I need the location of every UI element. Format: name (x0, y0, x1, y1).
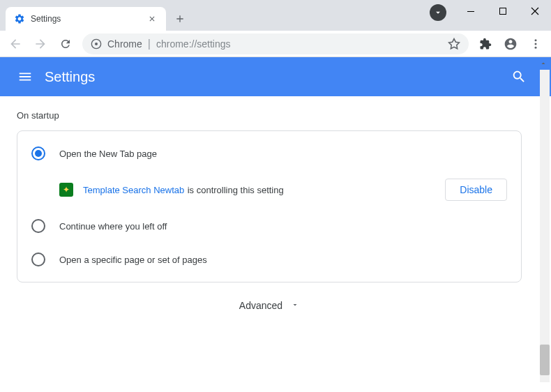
svg-point-6 (535, 46, 537, 48)
settings-content: On startup Open the New Tab page Templat… (0, 96, 538, 329)
window-controls (455, 0, 551, 22)
close-window-button[interactable] (519, 0, 551, 22)
svg-point-3 (95, 43, 98, 45)
close-tab-icon[interactable] (146, 13, 158, 24)
browser-toolbar: Chrome | chrome://settings (0, 31, 551, 57)
maximize-button[interactable] (487, 0, 519, 22)
svg-point-5 (535, 43, 537, 45)
back-button[interactable] (4, 33, 27, 55)
url-text: chrome://settings (156, 38, 442, 50)
menu-hamburger-button[interactable] (11, 63, 39, 91)
browser-tab-settings[interactable]: Settings (6, 7, 166, 31)
url-divider: | (148, 38, 151, 50)
extension-name-link[interactable]: Template Search Newtab (83, 185, 184, 195)
tab-title: Settings (31, 14, 141, 24)
radio-option-new-tab[interactable]: Open the New Tab page (17, 137, 521, 170)
new-tab-button[interactable] (170, 9, 190, 29)
window-titlebar: Settings (0, 0, 551, 31)
radio-icon (31, 252, 45, 266)
menu-button[interactable] (524, 33, 547, 55)
forward-button[interactable] (29, 33, 52, 55)
advanced-label: Advanced (239, 300, 282, 311)
extension-controlling-row: Template Search Newtab is controlling th… (17, 170, 521, 209)
radio-option-continue[interactable]: Continue where you left off (17, 209, 521, 243)
radio-label: Open the New Tab page (59, 149, 157, 159)
extension-icon (59, 183, 73, 197)
svg-rect-0 (467, 11, 474, 12)
radio-label: Continue where you left off (59, 221, 167, 232)
reload-button[interactable] (54, 33, 77, 55)
minimize-button[interactable] (455, 0, 487, 22)
search-settings-button[interactable] (505, 63, 533, 91)
profile-button[interactable] (499, 33, 522, 55)
scrollbar-thumb[interactable] (540, 345, 550, 375)
site-info-icon[interactable] (91, 38, 102, 50)
url-scheme-label: Chrome (107, 38, 142, 50)
svg-point-4 (535, 39, 537, 41)
radio-icon (31, 219, 45, 233)
settings-app-header: Settings (0, 57, 551, 96)
radio-label: Open a specific page or set of pages (59, 255, 207, 265)
chevron-down-icon (291, 299, 299, 312)
extensions-button[interactable] (474, 33, 497, 55)
scrollbar-track[interactable] (540, 70, 550, 382)
disable-button[interactable]: Disable (445, 179, 507, 201)
startup-options-card: Open the New Tab page Template Search Ne… (17, 130, 522, 282)
page-title: Settings (45, 69, 505, 85)
scroll-up-icon[interactable] (538, 59, 548, 68)
radio-option-specific-pages[interactable]: Open a specific page or set of pages (17, 243, 521, 276)
bookmark-star-icon[interactable] (448, 38, 460, 50)
section-title: On startup (17, 110, 522, 121)
advanced-toggle[interactable]: Advanced (17, 282, 522, 329)
settings-tab-icon (14, 13, 25, 24)
address-bar[interactable]: Chrome | chrome://settings (82, 33, 469, 54)
incognito-badge-icon (430, 4, 446, 21)
svg-rect-1 (500, 8, 506, 15)
tab-strip: Settings (0, 0, 190, 31)
radio-icon (31, 146, 45, 160)
